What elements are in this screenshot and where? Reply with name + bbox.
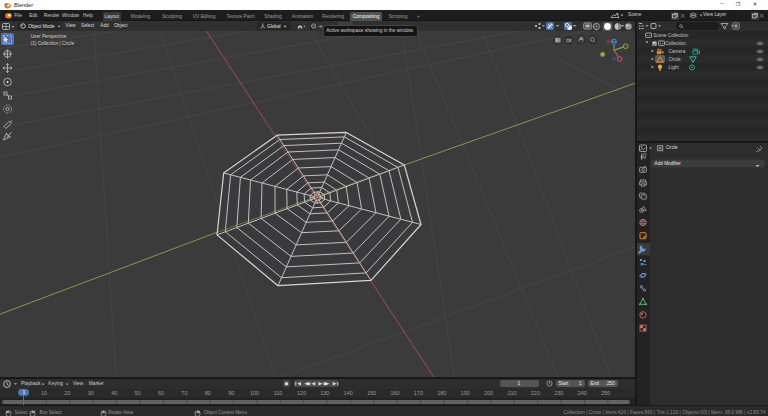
svg-text:Z: Z — [613, 40, 616, 45]
